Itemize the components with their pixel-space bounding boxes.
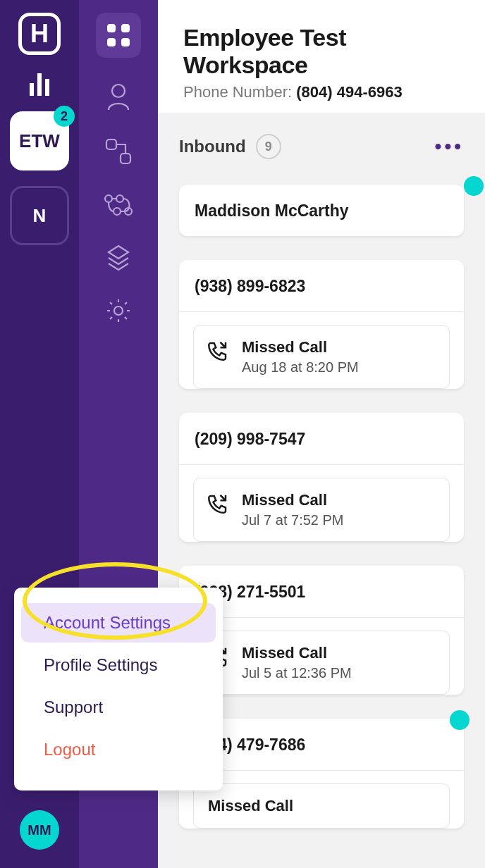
svg-point-3 <box>105 195 112 202</box>
svg-rect-2 <box>121 154 130 163</box>
contact-phone: (938) 899-6823 <box>179 260 464 311</box>
call-entry: Missed Call Aug 18 at 8:20 PM <box>193 325 450 389</box>
grid-icon[interactable] <box>96 13 141 58</box>
svg-rect-1 <box>106 140 116 149</box>
divider <box>179 311 464 312</box>
section-header: Inbound 9 ••• <box>179 134 464 159</box>
contact-name: Maddison McCarthy <box>179 185 464 236</box>
contact-card[interactable]: Maddison McCarthy <box>179 185 464 236</box>
page-title: Employee Test Workspace <box>183 24 464 79</box>
analytics-icon[interactable] <box>30 70 49 96</box>
status-dot <box>464 176 484 196</box>
workspace-header: Employee Test Workspace Phone Number: (8… <box>158 0 485 113</box>
notification-badge: 2 <box>54 106 75 127</box>
workspace-badge-n[interactable]: N <box>10 186 69 245</box>
app-logo[interactable]: H <box>18 13 61 55</box>
user-menu-popup: Account Settings Profile Settings Suppor… <box>14 588 223 790</box>
contact-phone: (209) 998-7547 <box>179 413 464 464</box>
call-entry: Missed Call Jul 7 at 7:52 PM <box>193 478 450 542</box>
gear-icon[interactable] <box>105 297 132 324</box>
call-label: Missed Call <box>242 338 359 356</box>
contact-card[interactable]: (938) 899-6823 Missed Call Aug 18 at 8:2… <box>179 260 464 389</box>
menu-item-logout[interactable]: Logout <box>21 730 216 769</box>
workspace-badge-etw[interactable]: ETW 2 <box>10 111 69 170</box>
call-time: Aug 18 at 8:20 PM <box>242 359 359 376</box>
divider <box>179 464 464 465</box>
call-label: Missed Call <box>208 797 293 815</box>
phone-line: Phone Number: (804) 494-6963 <box>183 83 464 101</box>
menu-item-account-settings[interactable]: Account Settings <box>21 603 216 643</box>
call-time: Jul 5 at 12:36 PM <box>242 665 352 681</box>
missed-call-icon <box>208 492 229 514</box>
svg-point-7 <box>114 306 123 315</box>
user-avatar[interactable]: MM <box>20 810 59 850</box>
call-entry: Missed Call Jul 5 at 12:36 PM <box>193 631 450 695</box>
call-label: Missed Call <box>242 491 344 509</box>
contact-card[interactable]: (209) 998-7547 Missed Call Jul 7 at 7:52… <box>179 413 464 542</box>
menu-item-profile-settings[interactable]: Profile Settings <box>21 645 216 685</box>
workspace-code: ETW <box>19 130 60 152</box>
person-icon[interactable] <box>106 83 131 111</box>
call-entry: Missed Call <box>193 783 450 829</box>
svg-point-4 <box>116 195 123 202</box>
layers-icon[interactable] <box>106 244 131 272</box>
flow-icon[interactable] <box>103 192 134 218</box>
svg-point-5 <box>113 208 121 215</box>
section-label: Inbound <box>179 137 246 156</box>
workspace-code: N <box>33 205 47 227</box>
status-dot <box>450 710 469 730</box>
missed-call-icon <box>208 340 229 361</box>
menu-item-support[interactable]: Support <box>21 688 216 727</box>
svg-point-0 <box>112 85 125 97</box>
nodes-icon[interactable] <box>104 137 133 166</box>
more-icon[interactable]: ••• <box>435 135 464 158</box>
call-time: Jul 7 at 7:52 PM <box>242 512 344 528</box>
section-count: 9 <box>256 134 281 159</box>
call-label: Missed Call <box>242 644 352 662</box>
